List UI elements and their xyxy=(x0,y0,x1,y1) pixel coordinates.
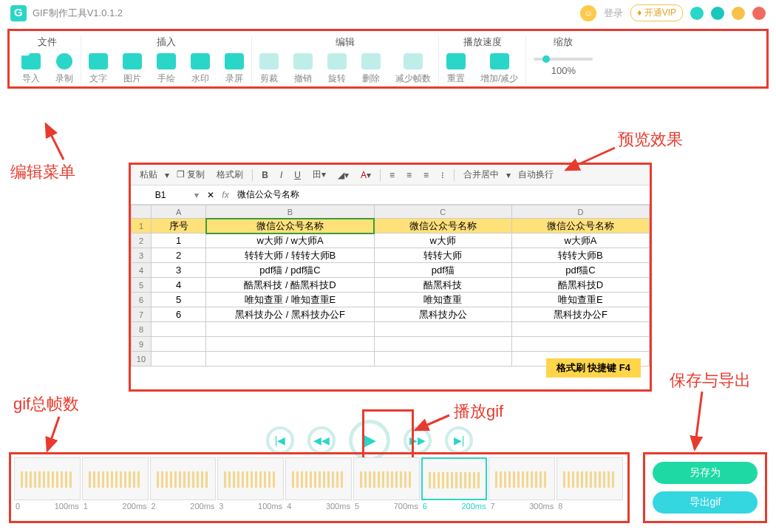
window-close-icon[interactable] xyxy=(752,7,766,20)
toolbar-减少帧数-button[interactable]: 减少帧数 xyxy=(395,53,431,85)
cell[interactable]: 微信公众号名称 xyxy=(511,219,649,233)
cell[interactable]: 微信公众号名称 xyxy=(206,219,374,233)
format-painter-button[interactable]: 格式刷 xyxy=(212,167,248,183)
cell[interactable]: pdf猫 / pdf猫C xyxy=(206,263,374,278)
cell[interactable]: pdf猫C xyxy=(511,263,649,278)
cell[interactable]: 唯知查重 xyxy=(374,293,511,307)
toolbar-重置-button[interactable]: 重置 xyxy=(446,53,466,85)
cell-dropdown-icon[interactable]: ▾ xyxy=(190,190,203,200)
toolbar-文字-button[interactable]: 文字 xyxy=(89,53,108,85)
last-frame-button[interactable]: ▶| xyxy=(445,426,473,454)
window-maximize-icon[interactable] xyxy=(732,7,745,20)
italic-button[interactable]: I xyxy=(276,168,287,182)
cell[interactable]: 1 xyxy=(151,233,205,248)
cell[interactable]: pdf猫 xyxy=(374,263,511,278)
cell[interactable] xyxy=(206,322,374,337)
toolbar-撤销-button[interactable]: 撤销 xyxy=(293,53,313,85)
row-header[interactable]: 7 xyxy=(132,307,152,322)
cell[interactable]: w大师 / w大师A xyxy=(206,233,374,248)
toolbar-手绘-button[interactable]: 手绘 xyxy=(157,53,176,85)
merge-center-button[interactable]: 合并居中 xyxy=(459,167,503,183)
cell-ref-input[interactable] xyxy=(131,190,190,200)
font-color-button[interactable]: A▾ xyxy=(356,168,375,182)
row-header[interactable]: 4 xyxy=(132,263,152,278)
zoom-slider[interactable] xyxy=(534,58,593,61)
border-button[interactable]: 田▾ xyxy=(308,167,330,183)
cell[interactable] xyxy=(511,337,649,352)
cell[interactable]: 转转大师B xyxy=(511,248,649,263)
cell[interactable]: 5 xyxy=(151,293,205,307)
spreadsheet-grid[interactable]: ABCD1序号微信公众号名称微信公众号名称微信公众号名称21w大师 / w大师A… xyxy=(131,205,650,366)
column-header[interactable]: B xyxy=(206,205,374,219)
wrap-text-button[interactable]: 自动换行 xyxy=(514,167,558,183)
cell[interactable]: 黑科技办公 / 黑科技办公F xyxy=(206,307,374,322)
cell[interactable] xyxy=(374,352,511,366)
frame-thumbnail[interactable]: 4300ms xyxy=(285,457,352,518)
paste-button[interactable]: 粘贴 xyxy=(135,167,162,183)
fx-icon[interactable]: fx xyxy=(218,190,233,200)
cell[interactable]: w大师A xyxy=(511,233,649,248)
column-header[interactable]: C xyxy=(374,205,511,219)
column-header[interactable] xyxy=(132,205,152,219)
frame-thumbnail[interactable]: 3100ms xyxy=(217,457,284,518)
fill-color-button[interactable]: ◢▾ xyxy=(333,168,353,182)
valign-button[interactable]: ⫶ xyxy=(436,168,449,182)
row-header[interactable]: 2 xyxy=(132,233,152,248)
toolbar-录屏-button[interactable]: 录屏 xyxy=(225,53,244,85)
cell[interactable]: 酷黑科技 / 酷黑科技D xyxy=(206,278,374,293)
align-right-button[interactable]: ≡ xyxy=(419,168,433,182)
cell[interactable]: w大师 xyxy=(374,233,511,248)
cell[interactable] xyxy=(511,322,649,337)
cell[interactable]: 酷黑科技D xyxy=(511,278,649,293)
cell[interactable]: 黑科技办公F xyxy=(511,307,649,322)
login-link[interactable]: 登录 xyxy=(604,7,623,20)
cell[interactable]: 转转大师 xyxy=(374,248,511,263)
vip-button[interactable]: ♦ 开通VIP xyxy=(630,4,683,21)
frame-thumbnail[interactable]: 1200ms xyxy=(82,457,149,518)
align-left-button[interactable]: ≡ xyxy=(385,168,399,182)
toolbar-录制-button[interactable]: 录制 xyxy=(55,53,73,85)
window-minimize-icon[interactable] xyxy=(711,7,724,20)
cell[interactable]: 转转大师 / 转转大师B xyxy=(206,248,374,263)
cell[interactable] xyxy=(151,322,205,337)
toolbar-增加/减少-button[interactable]: 增加/减少 xyxy=(480,53,518,85)
toolbar-图片-button[interactable]: 图片 xyxy=(123,53,142,85)
cell[interactable]: 唯知查重 / 唯知查重E xyxy=(206,293,374,307)
next-frame-button[interactable]: ▶▶ xyxy=(404,426,432,454)
cell[interactable] xyxy=(374,322,511,337)
bold-button[interactable]: B xyxy=(257,168,273,182)
export-gif-button[interactable]: 导出gif xyxy=(653,491,758,514)
cell[interactable] xyxy=(206,337,374,352)
cell[interactable]: 3 xyxy=(151,263,205,278)
row-header[interactable]: 8 xyxy=(132,322,152,337)
toolbar-删除-button[interactable]: 删除 xyxy=(361,53,381,85)
frame-thumbnail[interactable]: 8 xyxy=(557,457,623,518)
save-as-button[interactable]: 另存为 xyxy=(653,462,758,484)
cell[interactable]: 6 xyxy=(151,307,205,322)
toolbar-水印-button[interactable]: 水印 xyxy=(191,53,210,85)
frame-thumbnail[interactable]: 5700ms xyxy=(353,457,420,518)
cell[interactable]: 黑科技办公 xyxy=(374,307,511,322)
cell[interactable]: 微信公众号名称 xyxy=(374,219,511,233)
cell[interactable] xyxy=(151,337,205,352)
cell[interactable]: 4 xyxy=(151,278,205,293)
frame-thumbnail[interactable]: 2200ms xyxy=(150,457,217,518)
cell[interactable] xyxy=(374,337,511,352)
cell[interactable] xyxy=(206,352,374,366)
cell[interactable] xyxy=(151,352,205,366)
frame-thumbnail[interactable]: 7300ms xyxy=(489,457,555,518)
cell[interactable]: 酷黑科技 xyxy=(374,278,511,293)
cell[interactable]: 唯知查重E xyxy=(511,293,649,307)
toolbar-导入-button[interactable]: 导入 xyxy=(21,53,41,85)
row-header[interactable]: 3 xyxy=(132,248,152,263)
toolbar-旋转-button[interactable]: 旋转 xyxy=(327,53,347,85)
row-header[interactable]: 1 xyxy=(132,219,152,233)
column-header[interactable]: A xyxy=(151,205,205,219)
toolbar-剪裁-button[interactable]: 剪裁 xyxy=(259,53,279,85)
cancel-icon[interactable]: ✕ xyxy=(203,190,218,200)
row-header[interactable]: 9 xyxy=(132,337,152,352)
window-help-icon[interactable] xyxy=(690,7,704,20)
frame-thumbnail[interactable]: 0100ms xyxy=(14,457,81,518)
align-center-button[interactable]: ≡ xyxy=(402,168,416,182)
frame-thumbnail[interactable]: 6200ms xyxy=(421,457,488,518)
